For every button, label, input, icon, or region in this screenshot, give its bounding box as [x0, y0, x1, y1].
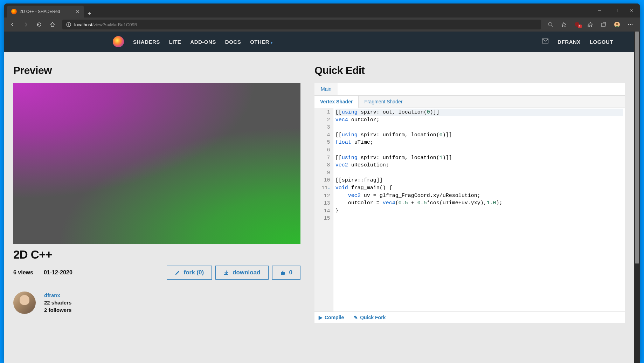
svg-point-14: [628, 24, 629, 25]
author-followers: 2 followers: [44, 307, 71, 313]
search-icon[interactable]: [545, 19, 556, 30]
url-path: /view?s=MarBu1C09R: [92, 22, 138, 27]
refresh-button[interactable]: [33, 19, 46, 30]
site-info-icon[interactable]: [66, 22, 71, 27]
preview-heading: Preview: [13, 64, 300, 76]
logo-icon[interactable]: [113, 36, 124, 47]
editor-tabs: Main: [314, 83, 625, 96]
address-bar: localhost/view?s=MarBu1C09R 1: [4, 18, 640, 32]
code-editor[interactable]: 1 2 3 4 5 6 7 8 9 10 11- 12 13: [314, 108, 625, 312]
nav-shaders[interactable]: SHADERS: [133, 39, 160, 45]
new-tab-button[interactable]: +: [84, 10, 95, 18]
nav-addons[interactable]: ADD-ONS: [190, 39, 216, 45]
fork-button[interactable]: fork (0): [167, 266, 212, 280]
site-header: SHADERS LITE ADD-ONS DOCS OTHER▾ DFRANX …: [4, 32, 634, 52]
mail-icon[interactable]: [542, 39, 548, 45]
quickfork-button[interactable]: ✎Quick Fork: [354, 315, 386, 320]
nav-logout[interactable]: LOGOUT: [590, 39, 613, 45]
ublock-badge: 1: [578, 25, 582, 28]
svg-rect-1: [614, 9, 617, 12]
svg-point-13: [616, 23, 618, 25]
favorites-icon[interactable]: [558, 19, 570, 30]
code-content[interactable]: [[using spirv: out, location(0)]] vec4 o…: [333, 108, 625, 311]
pencil-icon: ✎: [354, 315, 358, 320]
shader-title: 2D C++: [13, 248, 300, 261]
svg-point-15: [630, 24, 631, 25]
nav-user[interactable]: DFRANX: [558, 39, 581, 45]
nav-docs[interactable]: DOCS: [225, 39, 241, 45]
favicon-icon: [11, 9, 17, 14]
play-icon: ▶: [319, 315, 323, 320]
tab-fragment-shader[interactable]: Fragment Shader: [359, 96, 408, 108]
date-label: 01-12-2020: [44, 269, 72, 276]
view-count: 6 views: [13, 269, 33, 276]
svg-line-8: [552, 26, 553, 27]
avatar[interactable]: [13, 292, 36, 314]
url-host: localhost: [74, 22, 92, 27]
nav-lite[interactable]: LITE: [169, 39, 181, 45]
browser-tab[interactable]: 2D C++ - SHADERed ✕: [7, 6, 84, 18]
download-icon: [223, 270, 229, 275]
svg-point-7: [548, 22, 552, 26]
tab-vertex-shader[interactable]: Vertex Shader: [314, 96, 359, 108]
close-window-button[interactable]: [624, 4, 640, 18]
close-tab-icon[interactable]: ✕: [76, 9, 80, 14]
editor-footer: ▶Compile ✎Quick Fork: [314, 312, 625, 323]
back-button[interactable]: [6, 19, 19, 30]
home-button[interactable]: [46, 19, 59, 30]
svg-rect-11: [602, 23, 605, 27]
shader-tabs: Vertex Shader Fragment Shader: [314, 96, 625, 108]
more-icon[interactable]: [624, 19, 636, 30]
author-card: dfranx 22 shaders 2 followers: [13, 292, 300, 321]
quickedit-heading: Quick Edit: [314, 64, 625, 76]
maximize-button[interactable]: [608, 4, 624, 18]
like-button[interactable]: 0: [272, 266, 300, 280]
fold-icon[interactable]: -: [328, 186, 330, 190]
browser-titlebar: 2D C++ - SHADERed ✕ +: [4, 4, 640, 18]
author-name-link[interactable]: dfranx: [44, 292, 71, 298]
page-scrollbar[interactable]: [634, 32, 640, 363]
download-button[interactable]: download: [215, 266, 268, 280]
shader-preview[interactable]: [13, 83, 300, 244]
chevron-down-icon: ▾: [271, 41, 273, 44]
favorites-list-icon[interactable]: [584, 19, 596, 30]
svg-point-16: [632, 24, 633, 25]
tab-main[interactable]: Main: [314, 83, 338, 95]
url-input[interactable]: localhost/view?s=MarBu1C09R: [62, 20, 541, 29]
author-shaders: 22 shaders: [44, 300, 71, 306]
collections-icon[interactable]: [598, 19, 610, 30]
forward-button[interactable]: [20, 19, 32, 30]
scrollbar-thumb[interactable]: [635, 32, 639, 263]
compile-button[interactable]: ▶Compile: [319, 315, 344, 320]
profile-icon[interactable]: [611, 19, 623, 30]
line-gutter: 1 2 3 4 5 6 7 8 9 10 11- 12 13: [314, 108, 333, 311]
minimize-button[interactable]: [591, 4, 608, 18]
nav-other[interactable]: OTHER▾: [250, 39, 273, 45]
ublock-icon[interactable]: 1: [571, 19, 583, 30]
svg-point-6: [68, 23, 69, 24]
thumbs-up-icon: [280, 270, 286, 275]
pencil-icon: [175, 270, 180, 275]
main-nav: SHADERS LITE ADD-ONS DOCS OTHER▾: [133, 39, 273, 45]
tab-title: 2D C++ - SHADERed: [20, 9, 60, 14]
